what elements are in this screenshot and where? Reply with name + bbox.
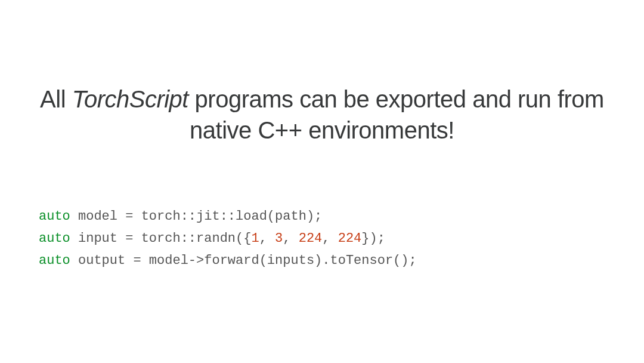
code-text: , bbox=[283, 231, 298, 246]
heading-emphasis: TorchScript bbox=[72, 86, 188, 112]
code-text: model = torch::jit::load(path); bbox=[70, 209, 322, 224]
code-text: , bbox=[322, 231, 338, 246]
number-literal: 1 bbox=[251, 231, 259, 246]
number-literal: 3 bbox=[275, 231, 283, 246]
code-text: , bbox=[259, 231, 275, 246]
heading-prefix: All bbox=[40, 86, 72, 112]
code-line-1: auto model = torch::jit::load(path); bbox=[39, 206, 417, 228]
slide-heading: All TorchScript programs can be exported… bbox=[0, 84, 644, 146]
heading-suffix: programs can be exported and run from na… bbox=[188, 86, 604, 143]
code-line-2: auto input = torch::randn({1, 3, 224, 22… bbox=[39, 228, 417, 250]
code-line-3: auto output = model->forward(inputs).toT… bbox=[39, 250, 417, 272]
code-text: }); bbox=[361, 231, 385, 246]
code-text: output = model->forward(inputs).toTensor… bbox=[70, 253, 417, 268]
keyword: auto bbox=[39, 231, 70, 246]
keyword: auto bbox=[39, 253, 70, 268]
number-literal: 224 bbox=[338, 231, 362, 246]
code-text: input = torch::randn({ bbox=[70, 231, 252, 246]
keyword: auto bbox=[39, 209, 70, 224]
number-literal: 224 bbox=[299, 231, 323, 246]
code-block: auto model = torch::jit::load(path); aut… bbox=[39, 206, 417, 272]
